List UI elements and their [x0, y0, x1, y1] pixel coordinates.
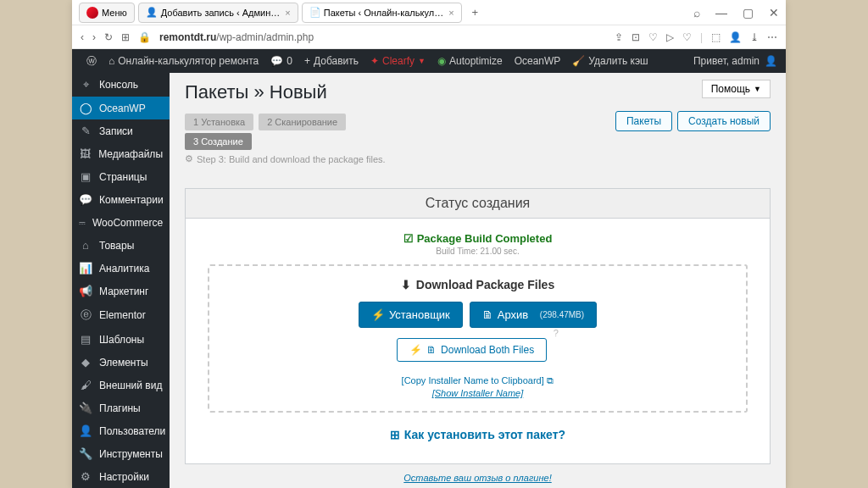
menu-icon[interactable]: ⋯	[767, 31, 777, 43]
maximize-icon[interactable]: ▢	[743, 6, 754, 19]
minimize-icon[interactable]: —	[715, 6, 727, 19]
browser-tab-2-active[interactable]: 📄 Пакеты ‹ Онлайн-калькул…×	[302, 3, 462, 23]
cube-icon[interactable]: ⬚	[711, 31, 721, 43]
share-icon[interactable]: ⇪	[615, 31, 623, 43]
new-tab-button[interactable]: +	[465, 3, 486, 22]
sidebar-item-пользователи[interactable]: 👤Пользователи	[72, 419, 170, 442]
archive-button[interactable]: 🗎Архив (298.47MB)	[470, 302, 597, 328]
content-area: Помощь ▼ Пакеты » Новый 1 Установка 2 Ск…	[170, 73, 786, 488]
menu-icon: 👤	[79, 424, 92, 437]
step-caption: ⚙ Step 3: Build and download the package…	[185, 153, 771, 164]
copy-name-link[interactable]: [Copy Installer Name to Clipboard]	[402, 375, 544, 385]
sidebar-item-страницы[interactable]: ▣Страницы	[72, 165, 170, 188]
sidebar-item-label: Медиафайлы	[98, 148, 163, 160]
screenshot-icon[interactable]: ⊡	[632, 31, 640, 43]
step-2[interactable]: 2 Сканирование	[259, 114, 346, 130]
sidebar-item-elementor[interactable]: ⓔElementor	[72, 302, 170, 328]
menu-icon: 🔌	[79, 402, 92, 414]
sidebar-item-label: Консоль	[99, 79, 138, 91]
sidebar-item-комментарии[interactable]: 💬Комментарии	[72, 188, 170, 211]
chevron-down-icon: ▼	[754, 85, 761, 93]
sidebar-item-инструменты[interactable]: 🔧Инструменты	[72, 442, 170, 465]
back-button[interactable]: ‹	[81, 31, 84, 43]
autoptimize-button[interactable]: ◉Autoptimize	[431, 49, 509, 73]
sidebar-item-настройки[interactable]: ⚙Настройки	[72, 465, 170, 488]
clearfy-button[interactable]: ✦Clearfy ▼	[364, 49, 431, 73]
download-icon[interactable]: ⤓	[750, 31, 759, 43]
packages-button[interactable]: Пакеты	[615, 111, 672, 131]
profile-icon[interactable]: 👤	[729, 31, 742, 43]
step-1[interactable]: 1 Установка	[185, 114, 253, 130]
sidebar-item-label: Шаблоны	[99, 334, 144, 346]
opera-menu-button[interactable]: Меню	[79, 3, 135, 23]
sidebar-item-элементы[interactable]: ◆Элементы	[72, 351, 170, 374]
review-link[interactable]: Оставьте ваш отзыв о плагине!	[185, 473, 771, 483]
sidebar-item-label: Записи	[99, 125, 133, 137]
greeting-text[interactable]: Привет, admin	[693, 55, 760, 67]
build-completed-status: ☑Package Build Completed	[403, 232, 553, 245]
close-icon[interactable]: ×	[285, 8, 290, 18]
help-badge-icon[interactable]: ?	[554, 328, 559, 338]
reload-button[interactable]: ↻	[104, 31, 113, 43]
add-new-button[interactable]: + Добавить	[298, 49, 364, 73]
help-button[interactable]: Помощь ▼	[702, 80, 771, 98]
sidebar-item-внешний вид[interactable]: 🖌Внешний вид	[72, 374, 170, 396]
search-icon[interactable]: ⌕	[693, 6, 700, 19]
copy-icon[interactable]: ⧉	[547, 375, 554, 385]
sidebar-item-консоль[interactable]: ⌖Консоль	[72, 73, 170, 97]
sidebar-item-oceanwp[interactable]: ◯OceanWP	[72, 97, 170, 119]
browser-tab-1[interactable]: 👤Добавить запись ‹ Админ…×	[138, 3, 298, 23]
sidebar-item-label: OceanWP	[99, 103, 146, 114]
menu-icon: ◯	[79, 102, 92, 114]
file-icon: 🗎	[426, 344, 437, 356]
sidebar-item-woocommerce[interactable]: ⎓WooCommerce	[72, 211, 170, 234]
admin-sidebar: ⌖Консоль◯OceanWP✎Записи🖽Медиафайлы▣Стран…	[72, 73, 170, 488]
sidebar-item-аналитика[interactable]: 📊Аналитика	[72, 257, 170, 280]
sidebar-item-шаблоны[interactable]: ▤Шаблоны	[72, 328, 170, 351]
menu-icon: 💬	[79, 193, 92, 206]
step-3-current: 3 Создание	[185, 133, 252, 150]
show-name-link[interactable]: [Show Installer Name]	[432, 388, 524, 398]
menu-icon: 🖽	[79, 147, 92, 160]
delete-cache-button[interactable]: 🧹Удалить кэш	[566, 49, 654, 73]
menu-icon: ⎓	[79, 216, 86, 229]
download-section: ⬇Download Package Files ⚡Установщик 🗎Арх…	[208, 264, 748, 413]
installer-button[interactable]: ⚡Установщик	[359, 302, 463, 328]
heart-icon[interactable]: ♡	[682, 31, 692, 43]
sidebar-item-записи[interactable]: ✎Записи	[72, 119, 170, 142]
comments-button[interactable]: 💬0	[264, 49, 298, 73]
comment-icon: 💬	[270, 55, 283, 67]
wp-logo[interactable]: ⓦ	[81, 49, 103, 73]
oceanwp-button[interactable]: OceanWP	[509, 49, 567, 73]
page-icon: 📄	[309, 7, 321, 18]
url-bar: ‹ › ↻ ⊞ 🔒 remontdt.ru/wp-admin/admin.php…	[72, 25, 786, 49]
sidebar-item-label: WooCommerce	[92, 217, 163, 229]
download-both-button[interactable]: ⚡🗎Download Both Files	[397, 338, 547, 362]
bookmark-icon[interactable]: ♡	[648, 31, 658, 43]
play-icon[interactable]: ▷	[666, 31, 674, 43]
sidebar-item-label: Плагины	[99, 402, 141, 414]
site-name[interactable]: ⌂Онлайн-калькулятор ремонта	[103, 49, 264, 73]
magic-icon: ✦	[370, 55, 379, 67]
avatar-icon[interactable]: 👤	[765, 55, 777, 67]
create-new-button[interactable]: Создать новый	[677, 111, 771, 131]
sidebar-item-плагины[interactable]: 🔌Плагины	[72, 396, 170, 419]
menu-icon: ⌖	[79, 78, 92, 92]
forward-button[interactable]: ›	[92, 31, 96, 43]
close-window-icon[interactable]: ✕	[769, 6, 779, 19]
bolt-icon: ⚡	[371, 308, 385, 321]
sidebar-item-label: Пользователи	[99, 425, 165, 437]
how-to-install-link[interactable]: ⊞Как установить этот пакет?	[390, 428, 565, 441]
sidebar-item-label: Маркетинг	[99, 286, 148, 297]
close-icon[interactable]: ×	[448, 8, 453, 18]
sidebar-item-товары[interactable]: ⌂Товары	[72, 234, 170, 257]
bolt-icon: ⚡	[409, 344, 422, 356]
sidebar-item-label: Элементы	[99, 357, 148, 369]
sidebar-item-маркетинг[interactable]: 📢Маркетинг	[72, 280, 170, 302]
url-text[interactable]: remontdt.ru/wp-admin/admin.php	[159, 31, 314, 43]
opera-logo-icon	[86, 7, 98, 19]
home-icon: ⌂	[108, 55, 114, 67]
sidebar-item-медиафайлы[interactable]: 🖽Медиафайлы	[72, 142, 170, 165]
archive-size: (298.47MB)	[540, 310, 584, 319]
grid-icon[interactable]: ⊞	[121, 31, 130, 43]
